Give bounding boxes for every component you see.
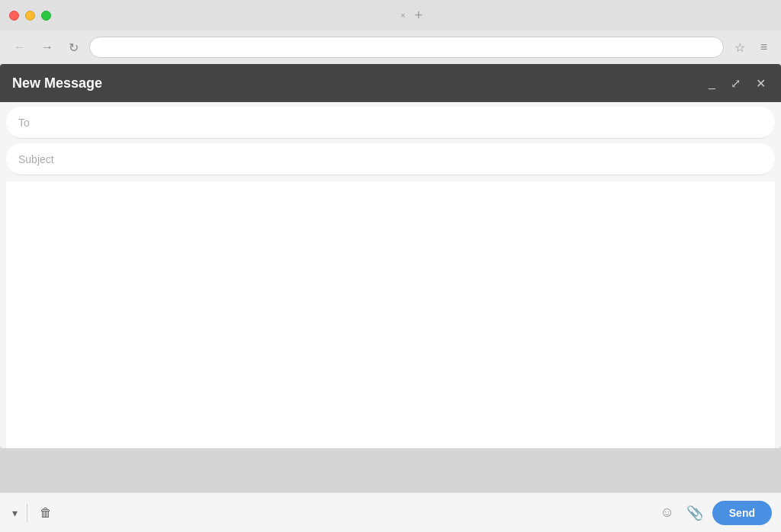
compose-body[interactable] (6, 181, 775, 448)
compose-header: New Message _ ⤢ ✕ (0, 64, 781, 102)
emoji-button[interactable]: ☺ (657, 502, 677, 524)
tab-close-icon[interactable]: × (400, 11, 405, 20)
forward-button[interactable]: → (37, 37, 58, 57)
send-button[interactable]: Send (712, 501, 772, 525)
back-button[interactable]: ← (9, 37, 31, 57)
format-dropdown-button[interactable]: ▾ (9, 504, 21, 522)
menu-icon[interactable]: ≡ (756, 37, 772, 57)
subject-field-container[interactable] (6, 143, 775, 175)
tab-add-icon[interactable]: + (414, 8, 423, 22)
footer-left: ▾ 🗑 (9, 503, 58, 523)
footer-divider (27, 504, 27, 522)
close-compose-button[interactable]: ✕ (753, 75, 769, 92)
minimize-button[interactable] (25, 11, 35, 21)
to-field-container[interactable] (6, 107, 775, 139)
address-input[interactable] (98, 42, 715, 53)
compose-title: New Message (12, 75, 705, 91)
address-bar[interactable] (89, 37, 724, 58)
compose-window: New Message _ ⤢ ✕ (0, 64, 781, 448)
to-field[interactable] (18, 117, 763, 129)
delete-draft-button[interactable]: 🗑 (34, 503, 58, 523)
close-button[interactable] (9, 11, 19, 21)
traffic-lights (9, 11, 51, 21)
title-bar: × + (0, 0, 781, 30)
refresh-button[interactable]: ↻ (64, 37, 83, 58)
attach-button[interactable]: 📎 (683, 502, 706, 524)
browser-chrome: × + ← → ↻ ☆ ≡ (0, 0, 781, 64)
maximize-button[interactable] (41, 11, 51, 21)
nav-bar: ← → ↻ ☆ ≡ (0, 30, 781, 64)
expand-compose-button[interactable]: ⤢ (728, 75, 744, 92)
footer-right: ☺ 📎 Send (657, 501, 772, 525)
compose-controls: _ ⤢ ✕ (705, 75, 769, 92)
subject-field[interactable] (18, 153, 763, 165)
main-content: New Message _ ⤢ ✕ ▾ 🗑 ☺ 📎 Send (0, 64, 781, 532)
minimize-compose-button[interactable]: _ (705, 75, 718, 91)
bookmark-icon[interactable]: ☆ (730, 37, 750, 58)
compose-footer: ▾ 🗑 ☺ 📎 Send (0, 492, 781, 532)
